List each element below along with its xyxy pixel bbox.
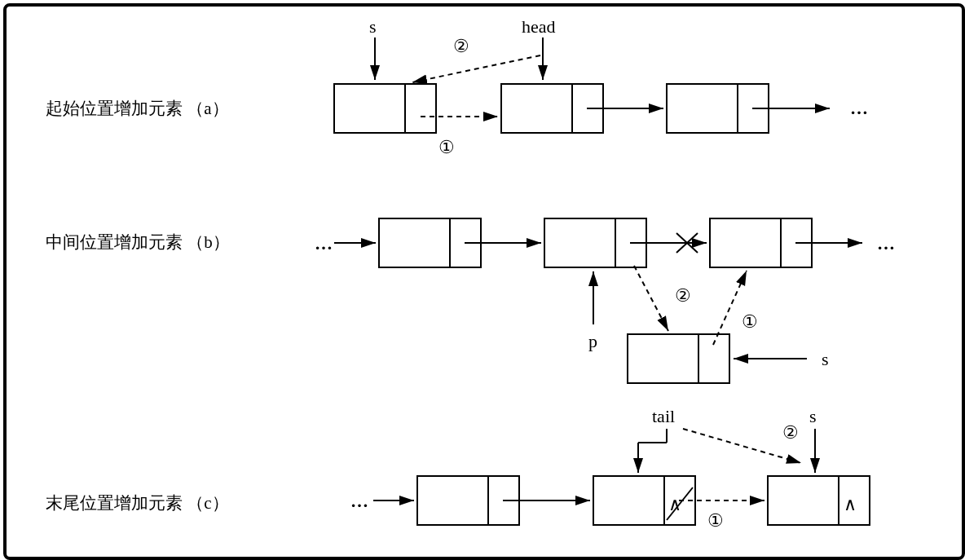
diagram-frame: 起始位置增加元素 （a） s head ② ① … 中间位置增加元素 （b） …… (3, 3, 965, 560)
linked-list-diagram: 起始位置增加元素 （a） s head ② ① … 中间位置增加元素 （b） …… (7, 7, 962, 557)
ellipsis-b-left: … (315, 233, 333, 254)
ellipsis-b-right: … (877, 233, 895, 254)
label-a-s: s (369, 16, 377, 37)
ellipsis-c-left: … (350, 491, 368, 511)
arrow-a-step2 (412, 55, 540, 82)
caption-c: 末尾位置增加元素 （c） (46, 493, 229, 513)
label-a-step2: ② (453, 36, 469, 56)
label-c-step2: ② (782, 422, 799, 443)
label-a-step1: ① (438, 137, 455, 157)
null-c-s: ∧ (844, 494, 857, 514)
caption-b: 中间位置增加元素 （b） (46, 232, 230, 252)
label-b-step1: ① (742, 311, 758, 332)
label-c-tail: tail (652, 406, 675, 426)
node-a-s (334, 84, 436, 133)
label-b-step2: ② (675, 285, 691, 306)
label-a-head: head (522, 16, 556, 37)
caption-a: 起始位置增加元素 （a） (46, 99, 229, 118)
label-c-s: s (809, 406, 817, 426)
label-b-s: s (822, 349, 829, 369)
label-c-step1: ① (707, 510, 724, 531)
ellipsis-a-right: … (850, 98, 868, 118)
arrow-b-step2 (634, 266, 668, 331)
svg-rect-0 (334, 84, 436, 133)
label-b-p: p (588, 331, 597, 351)
